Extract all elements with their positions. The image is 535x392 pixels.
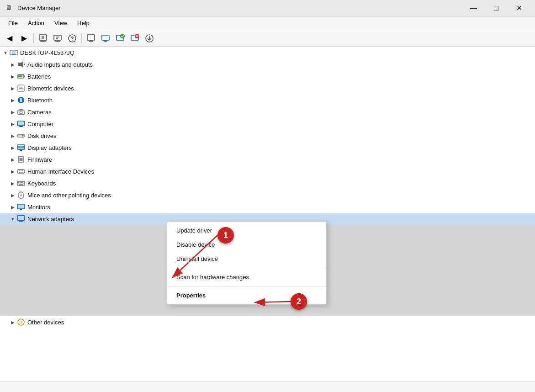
menu-view[interactable]: View [50,18,72,28]
monitors-toggle[interactable]: ▶ [9,203,16,211]
context-menu-scan-changes[interactable]: Scan for hardware changes [167,270,326,284]
svg-rect-54 [20,182,21,183]
root-toggle[interactable]: ▼ [2,49,9,56]
svg-marker-24 [21,61,23,68]
root-icon [9,48,18,57]
context-menu-update-driver[interactable]: Update driver [167,223,326,238]
enable-button[interactable] [113,32,127,45]
svg-rect-49 [19,172,20,173]
tree-item-bluetooth[interactable]: ▶ Bluetooth [0,94,535,106]
computer-toggle[interactable]: ▶ [9,120,16,127]
menu-action[interactable]: Action [23,18,49,28]
back-button[interactable]: ◀ [3,32,16,45]
tree-item-disk[interactable]: ▶ Disk drives [0,130,535,142]
computer-icon [16,119,26,128]
batteries-toggle[interactable]: ▶ [9,73,16,80]
tree-item-firmware[interactable]: ▶ Firmware [0,154,535,165]
network-icon [16,214,26,223]
svg-rect-11 [104,41,107,42]
svg-rect-26 [18,75,22,77]
svg-rect-57 [19,184,23,185]
maximize-button[interactable]: □ [486,1,507,15]
main-content: ▼ DESKTOP-4L537JQ ▶ [0,47,535,381]
title-bar-controls: — □ ✕ [463,1,530,15]
keyboards-icon [16,179,26,188]
firmware-toggle[interactable]: ▶ [9,156,16,163]
svg-rect-47 [21,170,21,171]
network-toggle[interactable]: ▼ [9,215,16,222]
keyboards-toggle[interactable]: ▶ [9,180,16,187]
app-icon: 🖥 [5,4,14,12]
menu-file[interactable]: File [4,18,22,28]
cameras-toggle[interactable]: ▶ [9,108,16,116]
driver-update-button[interactable] [51,32,64,45]
context-menu-uninstall-device[interactable]: Uninstall device [167,252,326,266]
status-bar [0,381,535,392]
forward-button[interactable]: ▶ [17,32,31,45]
toolbar-separator-2 [81,33,82,43]
svg-marker-32 [19,109,23,110]
mice-label: Mice and other pointing devices [27,192,111,199]
title-bar-left: 🖥 Device Manager [5,4,61,12]
firmware-label: Firmware [27,156,52,163]
cameras-icon [16,107,26,117]
network-label: Network adapters [27,216,74,222]
tree-item-display[interactable]: ▶ Display adapters [0,142,535,154]
display-icon [16,143,26,152]
monitors-label: Monitors [27,204,50,211]
help-button[interactable]: ? [65,32,79,45]
svg-rect-53 [18,182,19,183]
tree-item-cameras[interactable]: ▶ Cameras [0,106,535,118]
disk-label: Disk drives [27,132,57,139]
tree-item-keyboards[interactable]: ▶ Keyboards [0,177,535,189]
tree-scroll[interactable]: ▼ DESKTOP-4L537JQ ▶ [0,47,535,381]
annotation-1: 1 [217,227,234,244]
audio-toggle[interactable]: ▶ [9,61,16,68]
toolbar-separator-1 [33,33,34,43]
svg-point-38 [22,135,24,137]
monitor-button[interactable] [99,32,112,45]
svg-rect-34 [18,122,24,125]
other-toggle[interactable]: ▶ [9,318,16,326]
svg-rect-23 [18,63,21,66]
tree-item-batteries[interactable]: ▶ Batteries [0,70,535,82]
tree-panel: ▼ DESKTOP-4L537JQ ▶ [0,47,535,381]
disk-toggle[interactable]: ▶ [9,132,16,139]
context-menu-disable-device[interactable]: Disable device [167,238,326,252]
tree-item-other[interactable]: ▶ ! Other devices [0,316,535,328]
svg-point-29 [18,97,24,103]
bluetooth-label: Bluetooth [27,97,53,104]
tree-root[interactable]: ▼ DESKTOP-4L537JQ [0,47,535,58]
batteries-label: Batteries [27,73,51,80]
monitors-icon [16,202,26,212]
svg-rect-44 [20,158,22,161]
disk-icon [16,131,26,140]
title-bar: 🖥 Device Manager — □ ✕ [0,0,535,16]
biometric-toggle[interactable]: ▶ [9,85,16,92]
close-button[interactable]: ✕ [509,1,530,15]
root-label: DESKTOP-4L537JQ [20,49,74,56]
download-button[interactable] [143,32,156,45]
other-label: Other devices [27,319,64,326]
menu-help[interactable]: Help [73,18,94,28]
tree-item-monitors[interactable]: ▶ Monitors [0,201,535,213]
svg-text:!: ! [20,320,22,325]
audio-icon [16,60,26,69]
bluetooth-toggle[interactable]: ▶ [9,96,16,104]
tree-item-audio[interactable]: ▶ Audio inputs and outputs [0,58,535,70]
tree-item-mice[interactable]: ▶ Mice and other pointing devices [0,189,535,201]
tree-item-biometric[interactable]: ▶ Biometric devices [0,82,535,94]
svg-rect-35 [19,126,23,127]
display-toggle[interactable]: ▶ [9,144,16,151]
scan-changes-button[interactable] [84,32,98,45]
mice-toggle[interactable]: ▶ [9,191,16,199]
other-icon: ! [16,318,26,327]
uninstall-button[interactable] [128,32,142,45]
svg-point-59 [20,195,22,196]
tree-item-computer[interactable]: ▶ Computer [0,118,535,130]
annotation-2: 2 [291,293,307,310]
minimize-button[interactable]: — [463,1,484,15]
device-properties-button[interactable] [36,32,50,45]
hid-toggle[interactable]: ▶ [9,168,16,175]
tree-item-hid[interactable]: ▶ Human Interface Devices [0,165,535,177]
